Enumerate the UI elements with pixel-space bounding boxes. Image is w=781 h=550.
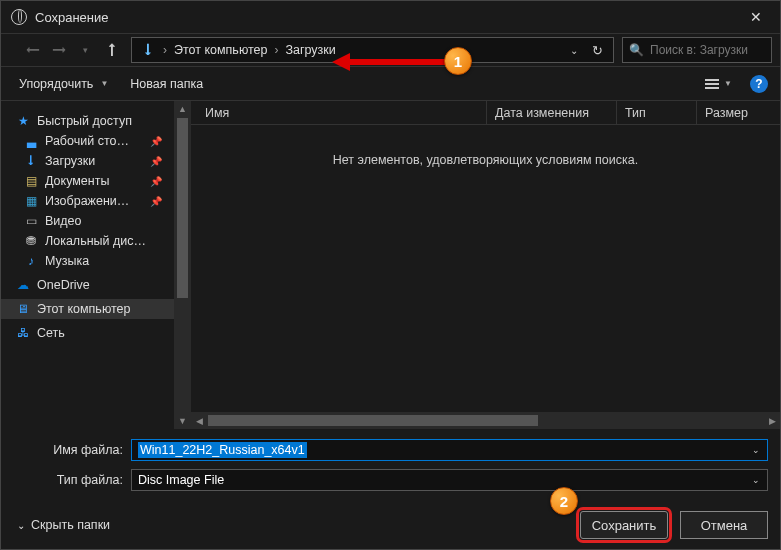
sidebar-item-documents[interactable]: ▤Документы📌 (1, 171, 174, 191)
refresh-icon[interactable]: ↻ (586, 43, 609, 58)
cancel-button[interactable]: Отмена (680, 511, 768, 539)
documents-icon: ▤ (23, 174, 39, 188)
scroll-right-icon[interactable]: ▶ (764, 412, 780, 429)
search-input[interactable]: 🔍 Поиск в: Загрузки (622, 37, 772, 63)
chevron-down-icon[interactable]: ⌄ (747, 475, 765, 485)
scroll-left-icon[interactable]: ◀ (191, 412, 207, 429)
toolbar: Упорядочить▼ Новая папка ▼ ? (1, 67, 780, 101)
help-button[interactable]: ? (750, 75, 768, 93)
sidebar-item-videos[interactable]: ▭Видео (1, 211, 174, 231)
pc-icon: 🖥 (15, 302, 31, 316)
sidebar-item-desktop[interactable]: ▃Рабочий сто…📌 (1, 131, 174, 151)
desktop-icon: ▃ (23, 134, 39, 148)
sidebar-item-pictures[interactable]: ▦Изображени…📌 (1, 191, 174, 211)
videos-icon: ▭ (23, 214, 39, 228)
music-icon: ♪ (23, 254, 39, 268)
path-downloads[interactable]: Загрузки (281, 41, 339, 59)
scrollbar-thumb[interactable] (208, 415, 538, 426)
chevron-down-icon: ⌄ (17, 520, 25, 531)
save-button[interactable]: Сохранить (580, 511, 668, 539)
scroll-down-icon[interactable]: ▼ (174, 413, 191, 429)
filetype-row: Тип файла: Disc Image File ⌄ (13, 469, 768, 491)
chevron-right-icon: › (160, 43, 170, 57)
column-headers: Имя Дата изменения Тип Размер (191, 101, 780, 125)
bottom-panel: Имя файла: Win11_22H2_Russian_x64v1 ⌄ Ти… (1, 429, 780, 507)
downloads-path-icon: 🠗 (140, 42, 156, 58)
filename-label: Имя файла: (13, 443, 131, 457)
close-icon[interactable]: ✕ (742, 7, 770, 27)
path-this-pc[interactable]: Этот компьютер (170, 41, 271, 59)
chevron-down-icon: ▼ (724, 79, 732, 88)
content-scrollbar[interactable]: ◀ ▶ (191, 412, 780, 429)
main-area: ★Быстрый доступ ▃Рабочий сто…📌 🠗Загрузки… (1, 101, 780, 429)
chevron-right-icon: › (271, 43, 281, 57)
filetype-label: Тип файла: (13, 473, 131, 487)
filename-input[interactable]: Win11_22H2_Russian_x64v1 ⌄ (131, 439, 768, 461)
sidebar-item-quick-access[interactable]: ★Быстрый доступ (1, 111, 174, 131)
column-type[interactable]: Тип (617, 101, 697, 124)
sidebar-item-music[interactable]: ♪Музыка (1, 251, 174, 271)
star-icon: ★ (15, 114, 31, 128)
dialog-title: Сохранение (35, 10, 742, 25)
titlebar: Сохранение ✕ (1, 1, 780, 33)
scrollbar-thumb[interactable] (177, 118, 188, 298)
filename-row: Имя файла: Win11_22H2_Russian_x64v1 ⌄ (13, 439, 768, 461)
pin-icon: 📌 (150, 136, 162, 147)
sidebar-scrollbar[interactable]: ▲ ▼ (174, 101, 191, 429)
pin-icon: 📌 (150, 176, 162, 187)
disk-icon: ⛃ (23, 234, 39, 248)
back-button[interactable]: 🠔 (21, 42, 45, 58)
up-button[interactable]: 🠕 (99, 42, 123, 59)
pin-icon: 📌 (150, 156, 162, 167)
organize-button[interactable]: Упорядочить▼ (13, 73, 114, 95)
cloud-icon: ☁ (15, 278, 31, 292)
sidebar-item-network[interactable]: 🖧Сеть (1, 323, 174, 343)
sidebar-item-local-disk[interactable]: ⛃Локальный дис… (1, 231, 174, 251)
chevron-down-icon[interactable]: ⌄ (747, 445, 765, 455)
search-placeholder: Поиск в: Загрузки (650, 43, 748, 57)
filetype-select[interactable]: Disc Image File ⌄ (131, 469, 768, 491)
navbar: 🠔 🠖 ▾ 🠕 🠗 › Этот компьютер › Загрузки ⌄ … (1, 33, 780, 67)
new-folder-button[interactable]: Новая папка (124, 73, 209, 95)
sidebar-item-onedrive[interactable]: ☁OneDrive (1, 275, 174, 295)
scroll-up-icon[interactable]: ▲ (174, 101, 191, 117)
sidebar: ★Быстрый доступ ▃Рабочий сто…📌 🠗Загрузки… (1, 101, 174, 429)
pictures-icon: ▦ (23, 194, 39, 208)
globe-icon (11, 9, 27, 25)
sidebar-item-downloads[interactable]: 🠗Загрузки📌 (1, 151, 174, 171)
address-bar[interactable]: 🠗 › Этот компьютер › Загрузки ⌄ ↻ (131, 37, 614, 63)
action-row: ⌄ Скрыть папки Сохранить Отмена (1, 507, 780, 549)
column-name[interactable]: Имя (197, 101, 487, 124)
sidebar-item-this-pc[interactable]: 🖥Этот компьютер (1, 299, 174, 319)
search-icon: 🔍 (629, 43, 644, 57)
save-dialog: Сохранение ✕ 🠔 🠖 ▾ 🠕 🠗 › Этот компьютер … (0, 0, 781, 550)
forward-button[interactable]: 🠖 (47, 42, 71, 58)
view-options-button[interactable]: ▼ (705, 79, 732, 89)
column-date[interactable]: Дата изменения (487, 101, 617, 124)
network-icon: 🖧 (15, 326, 31, 340)
chevron-down-icon: ▼ (100, 79, 108, 88)
file-list: Имя Дата изменения Тип Размер Нет элемен… (191, 101, 780, 429)
empty-message: Нет элементов, удовлетворяющих условиям … (191, 125, 780, 412)
hide-folders-button[interactable]: ⌄ Скрыть папки (17, 518, 110, 532)
pin-icon: 📌 (150, 196, 162, 207)
downloads-icon: 🠗 (23, 154, 39, 168)
list-view-icon (705, 79, 719, 89)
column-size[interactable]: Размер (697, 101, 780, 124)
recent-dropdown[interactable]: ▾ (73, 45, 97, 55)
path-history-dropdown[interactable]: ⌄ (562, 45, 586, 56)
